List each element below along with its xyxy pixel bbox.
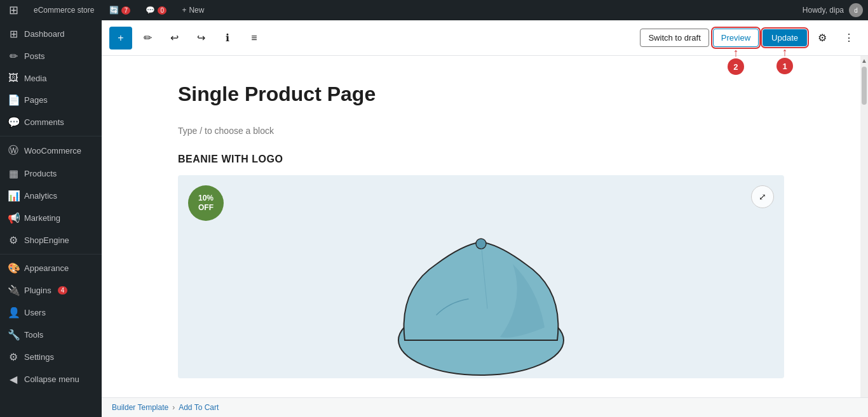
sidebar-label-pages: Pages [24,95,48,105]
sidebar-item-posts[interactable]: ✏ Posts [0,45,102,67]
tools-icon: 🔧 [8,329,19,341]
scrollbar-thumb[interactable] [862,67,867,105]
gear-icon: ⚙ [818,32,827,44]
sidebar-label-comments: Comments [24,117,64,127]
sidebar-label-woocommerce: WooCommerce [24,146,81,156]
sidebar-label-collapse: Collapse menu [24,374,79,384]
plugins-badge: 4 [58,286,68,295]
undo-icon: ↩ [170,32,179,44]
plugins-icon: 🔌 [8,284,19,296]
more-options-button[interactable]: ⋮ [837,27,860,50]
breadcrumb-current[interactable]: Add To Cart [179,403,219,412]
sidebar-label-tools: Tools [24,330,43,340]
redo-icon: ↪ [197,32,205,44]
posts-icon: ✏ [8,50,19,62]
appearance-icon: 🎨 [8,262,19,274]
avatar[interactable]: d [849,3,863,17]
comments-count: 0 [158,6,166,15]
admin-bar-new[interactable]: + New [178,0,208,20]
sidebar-divider-1 [0,136,102,136]
expand-icon[interactable]: ⤢ [751,185,774,208]
preview-label: Preview [721,33,750,43]
product-title-block: BEANIE WITH LOGO [178,154,784,165]
sidebar-label-posts: Posts [24,51,45,61]
sidebar-label-appearance: Appearance [24,263,69,273]
sidebar-item-users[interactable]: 👤 Users [0,301,102,324]
sidebar-item-comments[interactable]: 💬 Comments [0,111,102,133]
users-icon: 👤 [8,307,19,319]
ellipsis-icon: ⋮ [844,32,854,44]
discount-line1: 10% [198,194,214,202]
sidebar-divider-2 [0,254,102,255]
undo-button[interactable]: ↩ [163,27,186,50]
discount-badge: 10% OFF [188,185,224,221]
sidebar-item-dashboard[interactable]: ⊞ Dashboard [0,23,102,45]
sidebar-item-settings[interactable]: ⚙ Settings [0,346,102,368]
update-icon: 🔄 [109,6,119,15]
site-name-label: eCommerce store [34,6,94,15]
sidebar-item-tools[interactable]: 🔧 Tools [0,324,102,346]
sidebar-item-products[interactable]: ▦ Products [0,162,102,185]
sidebar-item-media[interactable]: 🖼 Media [0,67,102,89]
media-icon: 🖼 [8,72,19,84]
comment-icon: 💬 [146,6,155,15]
shopengine-icon: ⚙ [8,234,19,246]
editor-content[interactable]: Single Product Page Type / to choose a b… [102,56,860,397]
admin-bar-updates[interactable]: 🔄 7 [105,0,134,20]
sidebar-item-appearance[interactable]: 🎨 Appearance [0,257,102,279]
settings-icon: ⚙ [8,351,19,363]
woocommerce-icon: Ⓦ [8,144,19,157]
discount-line2: OFF [198,203,214,212]
settings-panel-button[interactable]: ⚙ [811,27,834,50]
redo-button[interactable]: ↪ [189,27,212,50]
sidebar-label-media: Media [24,74,46,83]
sidebar-item-marketing[interactable]: 📢 Marketing [0,207,102,229]
preview-button-wrapper: Preview ↑ 2 [713,29,759,47]
sidebar-item-analytics[interactable]: 📊 Analytics [0,185,102,207]
breadcrumb-bar: Builder Template › Add To Cart [102,397,868,417]
switch-to-draft-button[interactable]: Switch to draft [640,29,709,47]
admin-bar-comments[interactable]: 💬 0 [142,0,170,20]
sidebar-item-collapse[interactable]: ◀ Collapse menu [0,368,102,390]
admin-bar: ⊞ eCommerce store 🔄 7 💬 0 + New Howdy, d… [0,0,868,20]
pages-icon: 📄 [8,94,19,106]
wordpress-logo-icon: ⊞ [9,3,18,17]
list-icon: ≡ [251,32,257,44]
sidebar-item-plugins[interactable]: 🔌 Plugins 4 [0,279,102,301]
beanie-illustration [386,213,576,378]
edit-button[interactable]: ✏ [136,27,159,50]
update-button-wrapper: Update ↑ 1 [763,29,807,46]
scrollbar-up-arrow[interactable]: ▲ [860,56,868,65]
sidebar-label-dashboard: Dashboard [24,29,65,39]
new-label: New [189,6,204,15]
sidebar-item-shopengine[interactable]: ⚙ ShopEngine [0,229,102,251]
pencil-icon: ✏ [144,32,152,44]
collapse-icon: ◀ [8,373,19,385]
breadcrumb-separator: › [172,403,175,412]
info-button[interactable]: ℹ [216,27,239,50]
info-icon: ℹ [226,32,229,44]
list-view-button[interactable]: ≡ [243,27,266,50]
sidebar-item-woocommerce[interactable]: Ⓦ WooCommerce [0,139,102,162]
update-button[interactable]: Update [763,29,807,46]
admin-bar-site[interactable]: eCommerce store [30,0,98,20]
plus-icon: + [182,6,186,15]
add-block-button[interactable]: + [109,27,132,50]
editor-with-scrollbar: Single Product Page Type / to choose a b… [102,56,868,397]
sidebar-label-users: Users [24,308,46,317]
update-label: Update [771,33,798,43]
sidebar-label-marketing: Marketing [24,213,60,223]
sidebar-label-settings: Settings [24,352,54,362]
page-title: Single Product Page [178,81,784,108]
sidebar-label-products: Products [24,169,57,178]
sidebar-item-pages[interactable]: 📄 Pages [0,89,102,111]
plus-icon: + [118,32,123,44]
preview-button[interactable]: Preview [713,29,759,47]
products-icon: ▦ [8,168,19,180]
breadcrumb-parent[interactable]: Builder Template [112,403,168,412]
sidebar-label-analytics: Analytics [24,191,57,201]
admin-bar-logo[interactable]: ⊞ [5,0,22,20]
switch-to-draft-label: Switch to draft [648,33,700,43]
comments-icon: 💬 [8,116,19,128]
marketing-icon: 📢 [8,212,19,224]
